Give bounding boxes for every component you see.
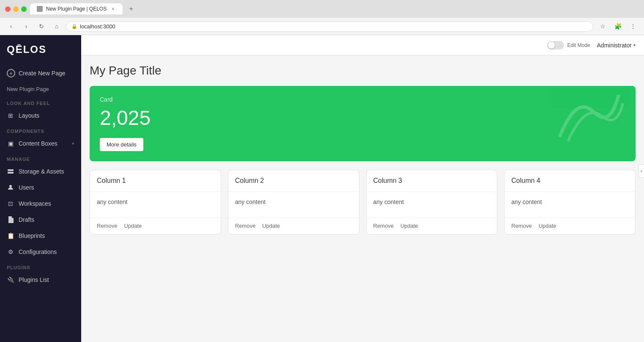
configurations-icon: ⚙ xyxy=(7,248,14,256)
content-boxes-arrow-icon: ▾ xyxy=(72,141,74,146)
refresh-button[interactable]: ↻ xyxy=(36,20,47,32)
forward-button[interactable]: › xyxy=(20,20,32,32)
user-name: Administrator xyxy=(597,42,632,49)
create-new-page-button[interactable]: + Create New Page xyxy=(0,64,81,83)
storage-icon xyxy=(7,168,14,175)
column-4-actions: Remove Update xyxy=(504,217,635,234)
svg-point-2 xyxy=(9,185,12,188)
sidebar-item-users[interactable]: Users xyxy=(0,179,81,196)
sidebar-item-blueprints[interactable]: 📋 Blueprints xyxy=(0,228,81,244)
tab-title: New Plugin Page | QELOS xyxy=(46,6,107,12)
sidebar-section-components: COMPONENTS xyxy=(0,124,81,135)
tab-favicon xyxy=(37,6,43,12)
sidebar-item-drafts[interactable]: Drafts xyxy=(0,212,81,228)
maximize-window-button[interactable] xyxy=(21,6,27,12)
address-url: localhost:3000 xyxy=(80,23,115,30)
user-menu-arrow-icon: ▾ xyxy=(633,43,636,47)
column-1-content: any content xyxy=(90,192,221,217)
right-sidebar-toggle[interactable]: ‹ xyxy=(639,164,644,178)
card-label: Card xyxy=(100,96,625,103)
layouts-label: Layouts xyxy=(19,112,74,119)
column-2-header: Column 2 xyxy=(228,170,359,192)
drafts-icon xyxy=(7,216,14,223)
sidebar-item-storage[interactable]: Storage & Assets xyxy=(0,163,81,179)
layouts-icon: ⊞ xyxy=(7,112,14,119)
content-boxes-icon: ▣ xyxy=(7,140,14,147)
column-3-title: Column 3 xyxy=(373,177,402,184)
browser-chrome: New Plugin Page | QELOS × + ‹ › ↻ ⌂ 🔒 lo… xyxy=(0,0,644,35)
column-4-card: Column 4 any content Remove Update xyxy=(504,170,636,234)
svg-rect-1 xyxy=(8,172,14,174)
close-window-button[interactable] xyxy=(5,6,11,12)
sidebar-item-layouts[interactable]: ⊞ Layouts xyxy=(0,108,81,124)
column-4-remove-button[interactable]: Remove xyxy=(511,223,532,229)
new-tab-button[interactable]: + xyxy=(126,4,136,14)
column-4-update-button[interactable]: Update xyxy=(539,223,556,229)
sidebar-item-content-boxes[interactable]: ▣ Content Boxes ▾ xyxy=(0,135,81,152)
toggle-switch[interactable] xyxy=(547,41,564,50)
column-2-remove-button[interactable]: Remove xyxy=(235,223,255,229)
back-button[interactable]: ‹ xyxy=(5,20,17,32)
column-3-text: any content xyxy=(373,199,404,205)
minimize-window-button[interactable] xyxy=(13,6,19,12)
page-title: My Page Title xyxy=(90,64,636,77)
column-1-actions: Remove Update xyxy=(90,217,221,234)
column-3-update-button[interactable]: Update xyxy=(400,223,418,229)
content-boxes-label: Content Boxes xyxy=(19,140,68,147)
column-4-title: Column 4 xyxy=(511,177,540,184)
edit-mode-label: Edit Mode xyxy=(567,42,590,48)
browser-tab[interactable]: New Plugin Page | QELOS × xyxy=(30,3,123,14)
edit-mode-toggle[interactable]: Edit Mode xyxy=(547,41,590,50)
column-4-content: any content xyxy=(504,192,635,217)
column-1-card: Column 1 any content Remove Update xyxy=(90,170,221,234)
browser-titlebar: New Plugin Page | QELOS × + xyxy=(0,0,644,18)
create-page-label: Create New Page xyxy=(19,70,66,77)
card-component: Card 2,025 More details xyxy=(90,86,636,161)
sidebar-item-workspaces[interactable]: ⊡ Workspaces xyxy=(0,196,81,212)
card-more-details-button[interactable]: More details xyxy=(100,138,143,151)
column-3-content: any content xyxy=(367,192,497,217)
workspaces-icon: ⊡ xyxy=(7,200,14,207)
column-3-actions: Remove Update xyxy=(367,217,497,234)
column-1-remove-button[interactable]: Remove xyxy=(97,223,117,229)
app-container: QĒLOS + Create New Page New Plugin Page … xyxy=(0,35,644,342)
column-2-text: any content xyxy=(235,199,266,205)
bookmark-button[interactable]: ☆ xyxy=(597,20,608,32)
column-4-header: Column 4 xyxy=(504,170,635,192)
column-2-update-button[interactable]: Update xyxy=(262,223,280,229)
svg-rect-0 xyxy=(8,169,14,171)
card-bg-decoration xyxy=(551,86,627,157)
address-bar[interactable]: 🔒 localhost:3000 xyxy=(66,21,593,32)
sidebar: QĒLOS + Create New Page New Plugin Page … xyxy=(0,35,81,342)
column-3-header: Column 3 xyxy=(367,170,497,192)
home-button[interactable]: ⌂ xyxy=(51,20,63,32)
card-value: 2,025 xyxy=(100,106,625,130)
tab-close-button[interactable]: × xyxy=(110,6,116,12)
configurations-label: Configurations xyxy=(19,248,74,255)
users-label: Users xyxy=(19,184,74,191)
menu-button[interactable]: ⋮ xyxy=(627,20,639,32)
column-1-update-button[interactable]: Update xyxy=(124,223,142,229)
column-2-content: any content xyxy=(228,192,359,217)
browser-nav: ‹ › ↻ ⌂ 🔒 localhost:3000 ☆ 🧩 ⋮ xyxy=(0,18,644,35)
extensions-button[interactable]: 🧩 xyxy=(612,20,624,32)
sidebar-item-plugins-list[interactable]: 🔌 Plugins List xyxy=(0,272,81,288)
drafts-label: Drafts xyxy=(19,216,74,223)
workspaces-label: Workspaces xyxy=(19,200,74,207)
sidebar-item-configurations[interactable]: ⚙ Configurations xyxy=(0,244,81,260)
blueprints-icon: 📋 xyxy=(7,232,14,240)
plugins-list-icon: 🔌 xyxy=(7,276,14,284)
toggle-knob xyxy=(548,42,555,49)
create-page-icon: + xyxy=(7,69,15,77)
user-menu[interactable]: Administrator ▾ xyxy=(597,42,636,49)
column-2-title: Column 2 xyxy=(235,177,264,184)
column-3-remove-button[interactable]: Remove xyxy=(373,223,394,229)
column-1-text: any content xyxy=(97,199,127,205)
column-3-card: Column 3 any content Remove Update xyxy=(366,170,498,234)
sidebar-item-new-plugin-page[interactable]: New Plugin Page xyxy=(0,83,81,96)
column-4-text: any content xyxy=(511,199,542,205)
page-body: My Page Title Card 2,025 More details Co… xyxy=(81,55,644,342)
logo-text: QĒLOS xyxy=(7,44,74,55)
address-lock-icon: 🔒 xyxy=(71,24,77,29)
top-bar: Edit Mode Administrator ▾ xyxy=(81,35,644,55)
